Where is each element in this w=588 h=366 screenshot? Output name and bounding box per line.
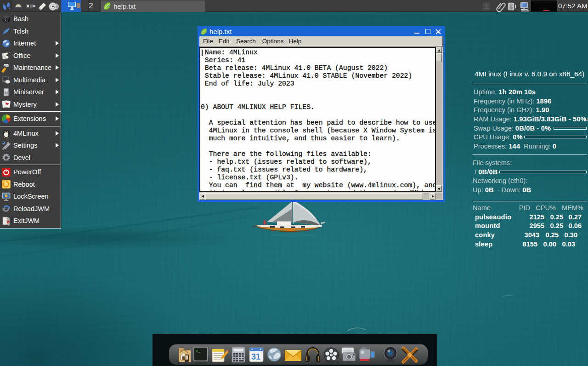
svg-text:>_: >_ <box>196 349 201 354</box>
svg-text:31: 31 <box>251 352 260 361</box>
